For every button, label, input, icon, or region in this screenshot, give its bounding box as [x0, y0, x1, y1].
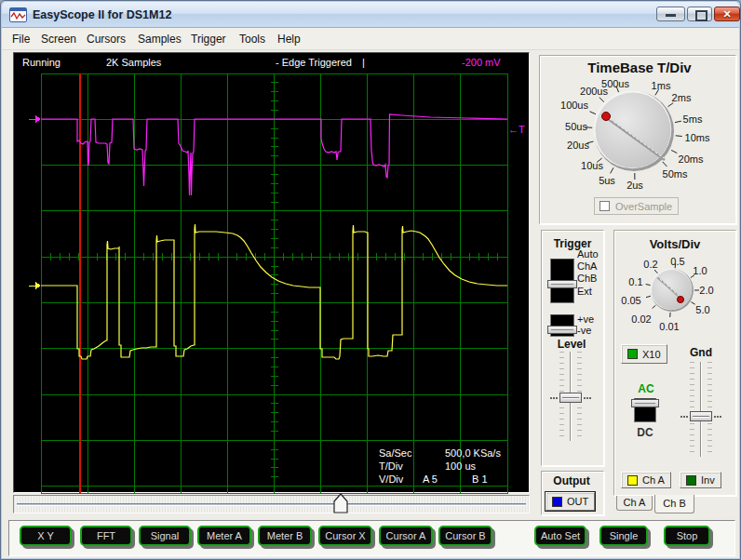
timebase-label-5us: 5us	[599, 175, 615, 186]
vdiv-b-value: B 1	[472, 473, 488, 485]
oversample-checkbox-group: OverSample	[594, 197, 679, 215]
tab-chb[interactable]: Ch B	[654, 495, 694, 513]
maximize-icon[interactable]	[687, 7, 712, 21]
minimize-icon[interactable]	[656, 7, 685, 21]
vdiv-label: V/Div	[379, 473, 403, 485]
timebase-label-1ms: 1ms	[652, 80, 671, 91]
horizontal-slider-thumb[interactable]	[332, 493, 349, 514]
timebase-label-100us: 100us	[560, 100, 588, 111]
timebase-label-10us: 10us	[581, 160, 603, 171]
gnd-label: Gnd	[690, 346, 712, 359]
voltsdiv-label-01: 0.1	[628, 276, 642, 287]
trigger-slope-neg[interactable]: -ve	[577, 325, 591, 336]
slider-groove	[17, 503, 526, 506]
tdiv-label: T/Div	[379, 460, 403, 472]
menu-trigger[interactable]: Trigger	[191, 33, 226, 46]
signal-button[interactable]: Signal	[139, 526, 191, 546]
menu-help[interactable]: Help	[277, 33, 301, 46]
trigger-source-auto[interactable]: Auto	[577, 248, 599, 260]
trigger-slope-handle[interactable]	[547, 326, 577, 334]
cursor-x-button[interactable]: Cursor X	[318, 526, 372, 546]
run-state: Running	[22, 57, 61, 68]
timebase-label-50us: 50us	[565, 121, 587, 132]
trigger-marker[interactable]: ←T	[508, 124, 525, 135]
cha-button[interactable]: Ch A	[621, 472, 671, 488]
waveform-plot[interactable]	[14, 53, 531, 494]
window-title: EasyScope II for DS1M12	[33, 8, 171, 21]
samplerate-value: 500,0 KSa/s	[445, 447, 501, 459]
timebase-label-50ms: 50ms	[663, 168, 688, 180]
thumb-dash	[584, 397, 591, 399]
close-icon[interactable]	[714, 7, 740, 21]
thumb-dash	[550, 397, 558, 399]
x10-button[interactable]: X10	[621, 344, 667, 364]
meter-a-button[interactable]: Meter A	[197, 526, 251, 546]
ac-label: AC	[638, 382, 653, 395]
scope-display[interactable]: Running 2K Samples - Edge Triggered | -2…	[13, 52, 530, 493]
voltsdiv-label-005: 0.05	[621, 295, 640, 306]
tdiv-value: 100 us	[445, 460, 476, 472]
menu-file[interactable]: File	[12, 33, 30, 46]
ac-dc-handle[interactable]	[631, 399, 659, 407]
menu-screen[interactable]: Screen	[41, 33, 76, 46]
trigger-source-cha[interactable]: ChA	[577, 260, 597, 272]
gnd-thumb[interactable]	[690, 411, 712, 421]
oversample-label: OverSample	[615, 201, 672, 212]
slider-rail	[700, 362, 702, 457]
voltsdiv-label-001: 0.01	[659, 321, 679, 332]
out-label: OUT	[567, 496, 588, 507]
trigger-level-readout: -200 mV	[462, 57, 501, 68]
thumb-dash	[680, 416, 688, 418]
cursor-b-button[interactable]: Cursor B	[438, 526, 492, 546]
menu-tools[interactable]: Tools	[239, 33, 265, 46]
trigger-level-thumb[interactable]	[559, 393, 582, 403]
thumb-dash	[714, 416, 721, 418]
app-icon	[9, 7, 27, 22]
voltsdiv-label-02: 0.2	[643, 259, 657, 270]
oversample-checkbox[interactable]	[600, 201, 610, 211]
voltsdiv-label-10: 1.0	[693, 265, 707, 276]
stop-button[interactable]: Stop	[664, 526, 710, 546]
trigger-source-chb[interactable]: ChB	[577, 273, 597, 284]
auto-set-button[interactable]: Auto Set	[534, 526, 586, 546]
voltsdiv-knob[interactable]	[613, 230, 736, 351]
gnd-slider[interactable]	[690, 362, 712, 457]
voltsdiv-label-50: 5.0	[695, 304, 709, 315]
out-button[interactable]: OUT	[546, 492, 595, 511]
menu-samples[interactable]: Samples	[138, 33, 182, 46]
xy-button[interactable]: X Y	[20, 526, 72, 546]
menu-bar: File Screen Cursors Samples Trigger Tool…	[2, 28, 739, 50]
inv-indicator	[686, 475, 696, 486]
trigger-source-ext[interactable]: Ext	[577, 286, 592, 297]
menu-cursors[interactable]: Cursors	[87, 33, 126, 46]
fft-button[interactable]: FFT	[80, 526, 132, 546]
voltsdiv-label-002: 0.02	[631, 313, 651, 325]
app-window: EasyScope II for DS1M12 File Screen Curs…	[0, 0, 741, 560]
single-button[interactable]: Single	[600, 526, 648, 546]
out-indicator	[552, 497, 562, 507]
title-bar[interactable]: EasyScope II for DS1M12	[2, 2, 739, 28]
tab-cha[interactable]: Ch A	[616, 496, 653, 511]
timebase-label-2us: 2us	[626, 180, 643, 191]
inv-button[interactable]: Inv	[680, 472, 721, 488]
timebase-label-10ms: 10ms	[685, 132, 710, 143]
x10-indicator	[627, 349, 638, 359]
dc-label: DC	[637, 426, 653, 439]
vdiv-a-value: A 5	[423, 473, 438, 485]
cha-indicator	[627, 475, 638, 486]
voltsdiv-label-05: 0.5	[670, 256, 684, 267]
cha-label: Ch A	[642, 474, 665, 486]
trigger-level-label: Level	[558, 338, 586, 351]
timebase-label-20us: 20us	[567, 140, 589, 151]
timebase-indicator-dot	[602, 113, 611, 121]
slider-ticks	[690, 362, 694, 457]
meter-b-button[interactable]: Meter B	[258, 526, 312, 546]
horizontal-position-slider[interactable]	[13, 495, 530, 513]
inv-label: Inv	[701, 474, 715, 486]
slider-ticks	[707, 362, 712, 457]
cursor-a-button[interactable]: Cursor A	[379, 526, 433, 546]
trigger-slope-pos[interactable]: +ve	[577, 313, 594, 325]
x10-label: X10	[642, 349, 661, 360]
trigger-source-handle[interactable]	[547, 280, 577, 288]
timebase-label-2ms: 2ms	[672, 92, 692, 103]
